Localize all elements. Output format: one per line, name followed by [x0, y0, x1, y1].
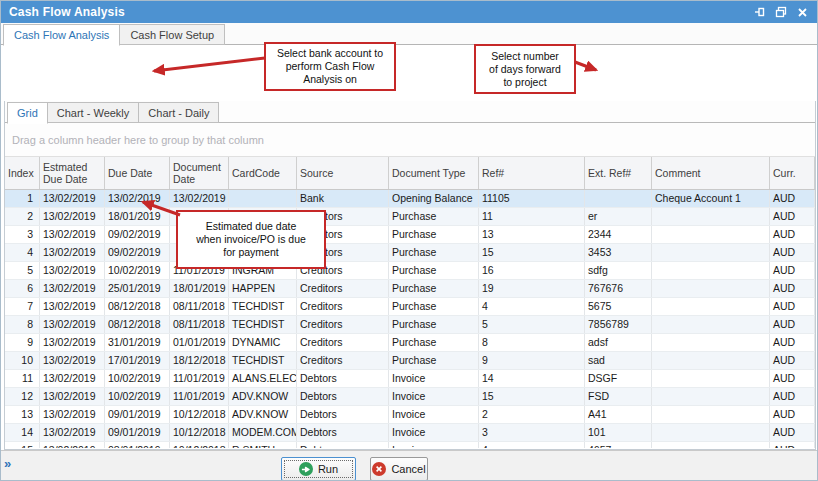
- table-cell[interactable]: FSD: [585, 388, 652, 405]
- table-cell[interactable]: 10/12/2018: [170, 406, 229, 423]
- table-cell[interactable]: 9: [479, 352, 585, 369]
- column-header[interactable]: Comment: [652, 157, 770, 189]
- table-cell[interactable]: 18/01/2019: [105, 208, 170, 225]
- table-row[interactable]: 213/02/201918/01/2019CreditorsPurchase11…: [5, 208, 815, 226]
- table-cell[interactable]: 3: [479, 424, 585, 441]
- table-cell[interactable]: 19: [479, 280, 585, 297]
- table-cell[interactable]: 01/01/2019: [170, 334, 229, 351]
- table-cell[interactable]: AUD: [770, 208, 815, 225]
- table-row[interactable]: 713/02/201908/12/201808/11/2018TECHDISTC…: [5, 298, 815, 316]
- table-row[interactable]: 913/02/201931/01/201901/01/2019DYNAMICCr…: [5, 334, 815, 352]
- table-cell[interactable]: [652, 208, 770, 225]
- table-cell[interactable]: AUD: [770, 406, 815, 423]
- table-row[interactable]: 1113/02/201910/02/201911/01/2019ALANS.EL…: [5, 370, 815, 388]
- table-cell[interactable]: 13/02/2019: [40, 244, 105, 261]
- table-cell[interactable]: [652, 370, 770, 387]
- table-cell[interactable]: 10/02/2019: [105, 388, 170, 405]
- table-cell[interactable]: A41: [585, 406, 652, 423]
- table-cell[interactable]: 13/02/2019: [40, 316, 105, 333]
- table-cell[interactable]: AUD: [770, 244, 815, 261]
- table-cell[interactable]: [652, 424, 770, 441]
- table-cell[interactable]: 10/02/2019: [105, 262, 170, 279]
- table-cell[interactable]: 2344: [585, 226, 652, 243]
- table-cell[interactable]: Cheque Account 1: [652, 190, 770, 207]
- table-cell[interactable]: 10: [5, 352, 40, 369]
- table-cell[interactable]: 18/01/2019: [170, 280, 229, 297]
- table-cell[interactable]: 11: [5, 370, 40, 387]
- table-row[interactable]: 513/02/201910/02/201911/01/2019INGRAMCre…: [5, 262, 815, 280]
- table-cell[interactable]: HAPPEN: [229, 280, 297, 297]
- table-cell[interactable]: 13/02/2019: [40, 298, 105, 315]
- table-row[interactable]: 813/02/201908/12/201808/11/2018TECHDISTC…: [5, 316, 815, 334]
- table-cell[interactable]: 09/02/2019: [105, 226, 170, 243]
- table-cell[interactable]: 13/02/2019: [40, 406, 105, 423]
- column-header[interactable]: Ext. Ref#: [585, 157, 652, 189]
- table-cell[interactable]: ADV.KNOW: [229, 406, 297, 423]
- table-cell[interactable]: AUD: [770, 190, 815, 207]
- table-cell[interactable]: 13/02/2019: [170, 190, 229, 207]
- table-cell[interactable]: 09/01/2019: [105, 406, 170, 423]
- table-cell[interactable]: AUD: [770, 370, 815, 387]
- table-row[interactable]: 313/02/201909/02/2019CreditorsPurchase13…: [5, 226, 815, 244]
- table-cell[interactable]: 31/01/2019: [105, 334, 170, 351]
- close-icon[interactable]: [795, 5, 809, 19]
- table-cell[interactable]: Purchase: [389, 208, 479, 225]
- table-cell[interactable]: 14: [5, 424, 40, 441]
- table-cell[interactable]: Creditors: [297, 316, 389, 333]
- table-cell[interactable]: Opening Balance: [389, 190, 479, 207]
- expand-chevron[interactable]: »: [4, 456, 11, 471]
- table-cell[interactable]: Invoice: [389, 424, 479, 441]
- table-cell[interactable]: Creditors: [297, 352, 389, 369]
- column-header[interactable]: Document Date: [170, 157, 229, 189]
- table-cell[interactable]: er: [585, 208, 652, 225]
- table-cell[interactable]: 18/12/2018: [170, 352, 229, 369]
- tab-cash-flow-setup[interactable]: Cash Flow Setup: [120, 24, 225, 45]
- table-cell[interactable]: AUD: [770, 424, 815, 441]
- table-cell[interactable]: 4: [479, 442, 585, 448]
- table-cell[interactable]: 16: [479, 262, 585, 279]
- table-cell[interactable]: Purchase: [389, 244, 479, 261]
- table-cell[interactable]: ADV.KNOW: [229, 388, 297, 405]
- table-cell[interactable]: sdfg: [585, 262, 652, 279]
- table-cell[interactable]: AUD: [770, 352, 815, 369]
- column-header[interactable]: Source: [297, 157, 389, 189]
- table-cell[interactable]: 13/02/2019: [40, 334, 105, 351]
- table-cell[interactable]: AUD: [770, 316, 815, 333]
- table-cell[interactable]: adsf: [585, 334, 652, 351]
- column-header[interactable]: Curr.: [770, 157, 815, 189]
- table-cell[interactable]: 13/02/2019: [40, 190, 105, 207]
- table-cell[interactable]: 11/01/2019: [170, 388, 229, 405]
- table-row[interactable]: 113/02/201913/02/201913/02/2019BankOpeni…: [5, 190, 815, 208]
- table-cell[interactable]: 6: [5, 280, 40, 297]
- table-cell[interactable]: Purchase: [389, 226, 479, 243]
- table-cell[interactable]: 9: [5, 334, 40, 351]
- table-cell[interactable]: 13: [479, 226, 585, 243]
- table-cell[interactable]: 09/02/2019: [105, 244, 170, 261]
- table-cell[interactable]: 13: [5, 406, 40, 423]
- table-cell[interactable]: MODEM.COMI: [229, 424, 297, 441]
- table-cell[interactable]: AUD: [770, 388, 815, 405]
- table-cell[interactable]: Bank: [297, 190, 389, 207]
- table-row[interactable]: 1413/02/201909/01/201910/12/2018MODEM.CO…: [5, 424, 815, 442]
- column-header[interactable]: Ref#: [479, 157, 585, 189]
- table-cell[interactable]: [652, 352, 770, 369]
- table-cell[interactable]: Debtors: [297, 442, 389, 448]
- table-cell[interactable]: [229, 190, 297, 207]
- column-header[interactable]: Document Type: [389, 157, 479, 189]
- column-header[interactable]: Due Date: [105, 157, 170, 189]
- table-cell[interactable]: AUD: [770, 442, 815, 448]
- table-cell[interactable]: [652, 226, 770, 243]
- table-cell[interactable]: [652, 334, 770, 351]
- table-cell[interactable]: Debtors: [297, 406, 389, 423]
- subtab-chart-daily[interactable]: Chart - Daily: [139, 102, 219, 123]
- table-cell[interactable]: 08/11/2018: [170, 316, 229, 333]
- table-cell[interactable]: [652, 244, 770, 261]
- table-cell[interactable]: Purchase: [389, 280, 479, 297]
- table-row[interactable]: 1213/02/201910/02/201911/01/2019ADV.KNOW…: [5, 388, 815, 406]
- pin-icon[interactable]: [753, 5, 767, 19]
- table-cell[interactable]: [652, 298, 770, 315]
- table-cell[interactable]: 8: [5, 316, 40, 333]
- table-cell[interactable]: 13/02/2019: [40, 262, 105, 279]
- table-cell[interactable]: 09/01/2019: [105, 424, 170, 441]
- table-cell[interactable]: 10/02/2019: [105, 370, 170, 387]
